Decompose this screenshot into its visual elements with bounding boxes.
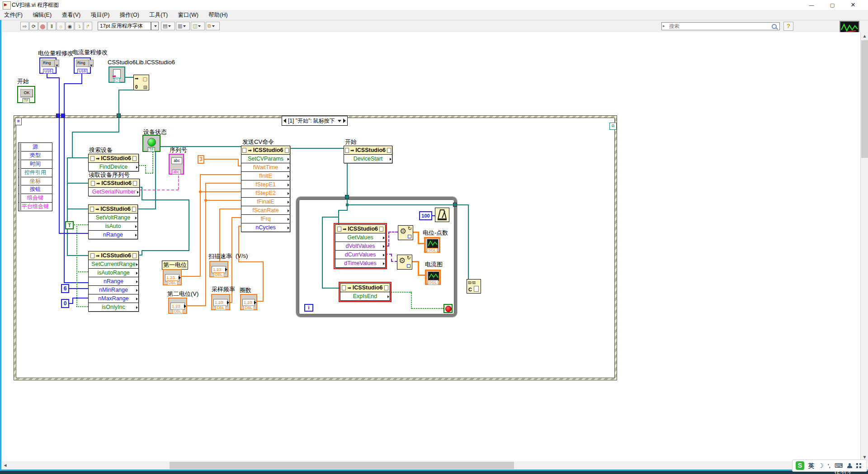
invoke-node-device-start[interactable]: ➡ICSStudio6 DeviceStart	[344, 146, 392, 163]
sogou-logo-icon[interactable]: S	[796, 461, 804, 470]
event-data-item[interactable]: 源	[19, 143, 52, 152]
label-pot-points[interactable]: 电位-点数	[423, 229, 448, 237]
scan-rate-control[interactable]: 1.23 DBL	[209, 261, 228, 277]
invoke-row[interactable]: fStepE1	[241, 180, 290, 189]
run-button[interactable]: ⇨	[20, 22, 29, 30]
event-data-item[interactable]: 平台组合键	[19, 203, 52, 211]
true-constant[interactable]: T	[65, 221, 74, 229]
invoke-row[interactable]: nRange	[89, 277, 138, 286]
invoke-node-exp-is-end[interactable]: ➡ICSStudio6 ExpIsEnd	[340, 283, 390, 301]
resize-objects-button[interactable]: ◫	[191, 22, 205, 30]
label-current-graph[interactable]: 电流图	[425, 261, 443, 269]
convert-data-node-current[interactable]: ⚙ ↻	[397, 255, 412, 270]
invoke-row[interactable]: SetCVParams	[241, 155, 290, 163]
menu-help[interactable]: 帮助(H)	[204, 10, 231, 20]
start-ok-button-terminal[interactable]: OK TF	[17, 86, 35, 103]
align-objects-button[interactable]: ▤	[161, 22, 175, 30]
distribute-objects-button[interactable]: ▥	[176, 22, 190, 30]
vertical-scrollbar[interactable]: ▲ ▼	[860, 32, 868, 461]
event-data-item[interactable]: 类型	[19, 152, 52, 160]
ime-punctuation-icon[interactable]: ’,	[828, 463, 830, 469]
label-send-cv[interactable]: 发送CV命令	[242, 138, 274, 146]
ring-value[interactable]: Ring	[76, 60, 90, 67]
invoke-row[interactable]: ExpIsEnd	[340, 292, 390, 300]
min-range-constant[interactable]: 6	[61, 284, 69, 293]
invoke-row[interactable]: isAuto	[89, 222, 137, 231]
invoke-row[interactable]: fStepE2	[241, 189, 290, 198]
abort-button[interactable]: ⬤	[38, 22, 47, 30]
search-caret-icon[interactable]: ▸	[663, 24, 665, 28]
invoke-row[interactable]: GetValues	[335, 233, 385, 242]
invoke-row[interactable]: fFrq	[241, 215, 290, 223]
invoke-node-set-cv-params[interactable]: ➡ICSStudio6 SetCVParams fWaitTime fInitE…	[241, 146, 290, 232]
vertical-scroll-thumb[interactable]	[861, 40, 868, 158]
label-start-node[interactable]: 开始	[345, 138, 357, 146]
invoke-row[interactable]: fScanRate	[241, 206, 290, 215]
loop-stop-terminal[interactable]	[443, 304, 453, 313]
invoke-node-get-values[interactable]: ➡ICSStudio6 GetValues dVoltValues dCurrV…	[335, 224, 386, 268]
max-range-constant[interactable]: 0	[61, 299, 69, 308]
menu-project[interactable]: 项目(P)	[87, 10, 114, 20]
event-data-item[interactable]: 时间	[19, 160, 52, 169]
scroll-up-icon[interactable]: ▲	[861, 32, 868, 40]
label-search-device[interactable]: 搜索设备	[89, 146, 113, 154]
event-structure-selector[interactable]: [1] "开始": 鼠标按下	[282, 116, 348, 126]
invoke-row[interactable]: dTimeValues	[335, 259, 385, 267]
scroll-left-icon[interactable]: ◄	[1, 461, 9, 469]
event-data-item[interactable]: 按钮	[19, 185, 52, 194]
serial-string-indicator[interactable]: abc abc	[169, 154, 184, 175]
sample-freq-control[interactable]: 1.23 DBL	[211, 294, 230, 310]
invoke-row[interactable]: isAutoRange	[89, 269, 138, 277]
search-input[interactable]	[668, 23, 765, 29]
loop-iteration-terminal[interactable]: i	[304, 304, 313, 312]
ring-value[interactable]: Ring	[42, 60, 55, 67]
pot-points-graph-terminal[interactable]: SGL	[424, 237, 440, 253]
font-selector-dropdown-icon[interactable]	[151, 22, 159, 30]
menu-window[interactable]: 窗口(W)	[174, 10, 203, 20]
highlight-execution-button[interactable]: ☼	[57, 22, 65, 30]
label-first-pot[interactable]: 第一电位	[162, 261, 188, 270]
ime-account-icon[interactable]	[847, 463, 852, 468]
label-sample-freq[interactable]: 采样频率	[212, 285, 235, 294]
invoke-row[interactable]: SetCurrentRange	[89, 260, 138, 269]
label-class-ref[interactable]: CSStudio6Lib.ICSStudio6	[108, 59, 175, 66]
invoke-row[interactable]: nCycles	[241, 223, 290, 232]
help-button[interactable]: ?	[783, 22, 793, 31]
horizontal-scrollbar[interactable]: ◄ ►	[1, 461, 860, 469]
step-into-button[interactable]: ↴	[75, 22, 83, 30]
event-data-item[interactable]: 控件引用	[19, 169, 52, 177]
invoke-node-find-device[interactable]: ➡ICSStudio6 FindDevice	[88, 154, 139, 171]
invoke-row[interactable]: fInitE	[241, 172, 290, 180]
maximize-button[interactable]: ▢	[822, 0, 843, 10]
current-graph-terminal[interactable]: SGL	[425, 270, 441, 285]
event-data-item[interactable]: 坐标	[19, 177, 52, 186]
label-cycles[interactable]: 圈数	[240, 286, 251, 294]
label-start-control[interactable]: 开始	[17, 77, 29, 85]
label-scan-rate-unit[interactable]: (V/s)	[236, 252, 248, 259]
case-dropdown-icon[interactable]	[338, 120, 341, 122]
menu-view[interactable]: 查看(V)	[58, 10, 85, 20]
ms-timer-constant[interactable]: 100	[419, 211, 432, 220]
invoke-node-get-serial[interactable]: ➡ICSStudio6 GetSerialNumber	[88, 179, 140, 196]
reorder-objects-button[interactable]: ⧉	[206, 22, 220, 30]
convert-data-node-volt[interactable]: ⚙ ↻	[398, 225, 413, 240]
prev-case-icon[interactable]	[283, 118, 286, 123]
next-case-icon[interactable]	[343, 118, 346, 123]
label-read-serial[interactable]: 读取设备序列号	[89, 171, 130, 179]
retain-wire-values-button[interactable]: ◉	[66, 22, 74, 30]
invoke-row[interactable]: dCurrValues	[335, 251, 385, 259]
ring-control-pot-range[interactable]: Ring U16	[39, 57, 57, 74]
step-over-button[interactable]: ↱	[84, 22, 92, 30]
menu-edit[interactable]: 编辑(E)	[28, 10, 56, 20]
ring-dropdown-icon[interactable]	[54, 60, 59, 67]
horizontal-scroll-thumb[interactable]	[170, 462, 514, 469]
font-selector[interactable]: 17pt 应用程序字体	[98, 22, 151, 30]
close-reference-node[interactable]: ▨/▨ C	[467, 279, 481, 294]
label-pot-range[interactable]: 电位量程修改	[38, 49, 73, 57]
menu-file[interactable]: 文件(F)	[0, 10, 27, 20]
menu-tools[interactable]: 工具(T)	[145, 10, 172, 20]
label-second-pot[interactable]: 第二电位(V)	[167, 290, 198, 298]
event-data-node[interactable]: 源 类型 时间 控件引用 坐标 按钮 组合键 平台组合键	[18, 142, 52, 211]
ime-keyboard-icon[interactable]: ⌨	[835, 462, 843, 469]
invoke-row[interactable]: fWaitTime	[241, 163, 290, 172]
